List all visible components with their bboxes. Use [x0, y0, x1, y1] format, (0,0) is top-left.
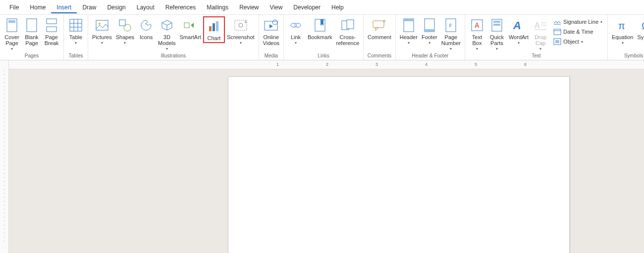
tab-review[interactable]: Review	[234, 1, 264, 13]
group-label-pages: Pages	[2, 52, 61, 60]
shapes-button[interactable]: Shapes ▾	[114, 16, 136, 46]
drop-cap-button[interactable]: A Drop Cap ▾	[531, 16, 550, 52]
bookmark-icon	[312, 17, 328, 33]
symbol-button[interactable]: Ω Symbol ▾	[635, 16, 644, 46]
svg-text:Ω: Ω	[642, 20, 644, 31]
signature-line-button[interactable]: Signature Line ▾	[552, 17, 603, 26]
chevron-down-icon: ▾	[600, 20, 602, 24]
screenshot-icon: +	[233, 17, 249, 33]
online-videos-button[interactable]: Online Videos	[261, 16, 281, 47]
tab-draw[interactable]: Draw	[77, 1, 102, 13]
cross-reference-button[interactable]: Cross- reference	[334, 16, 361, 47]
chevron-down-icon: ▾	[166, 47, 168, 51]
object-button[interactable]: Object ▾	[552, 37, 603, 46]
svg-point-11	[99, 23, 101, 25]
chevron-down-icon: ▾	[101, 41, 103, 45]
tab-design[interactable]: Design	[102, 1, 131, 13]
page-number-icon: #	[443, 17, 459, 33]
group-label-comments: Comments	[366, 52, 393, 60]
svg-rect-19	[213, 23, 215, 31]
tab-view[interactable]: View	[265, 1, 288, 13]
chevron-down-icon: ▾	[429, 41, 430, 45]
svg-marker-34	[376, 28, 378, 31]
page-number-button[interactable]: # Page Number ▾	[439, 16, 463, 52]
ruler-tick: 4	[425, 62, 428, 67]
group-label-media: Media	[261, 52, 281, 60]
tab-references[interactable]: References	[160, 1, 201, 13]
tab-layout[interactable]: Layout	[131, 1, 160, 13]
table-icon	[68, 17, 84, 33]
link-button[interactable]: Link ▾	[286, 16, 306, 46]
chart-button[interactable]: Chart	[203, 16, 225, 43]
svg-point-28	[295, 23, 301, 27]
vertical-ruler[interactable]	[0, 60, 9, 253]
horizontal-ruler[interactable]: 1 2 3 4 5 6	[9, 60, 644, 69]
group-pages: Cover Page ▾ Blank Page Page Break Pages	[0, 15, 64, 60]
comment-icon: +	[372, 17, 387, 33]
text-box-button[interactable]: A Text Box ▾	[467, 16, 487, 52]
chevron-down-icon: ▾	[622, 41, 624, 45]
document-page[interactable]	[228, 76, 570, 253]
group-label-headerfooter: Header & Footer	[398, 52, 463, 60]
pictures-icon	[94, 17, 110, 33]
ruler-tick: 2	[326, 62, 328, 67]
tab-insert[interactable]: Insert	[51, 1, 77, 13]
chevron-down-icon: ▾	[240, 41, 242, 45]
tab-help[interactable]: Help	[326, 1, 349, 13]
screenshot-button[interactable]: + Screenshot ▾	[225, 16, 257, 46]
ruler-tick: 6	[524, 62, 527, 67]
footer-button[interactable]: Footer ▾	[420, 16, 439, 46]
group-comments: + Comment Comments	[364, 15, 396, 60]
symbol-icon: Ω	[639, 17, 644, 33]
quick-parts-button[interactable]: Quick Parts ▾	[487, 16, 507, 52]
tab-developer[interactable]: Developer	[288, 1, 326, 13]
blank-page-button[interactable]: Blank Page	[22, 16, 42, 47]
group-links: Link ▾ Bookmark Cross- reference Links	[284, 15, 364, 60]
date-time-button[interactable]: Date & Time	[552, 27, 603, 36]
group-label-symbols: Symbols	[610, 52, 644, 60]
smartart-icon	[182, 17, 198, 33]
drop-cap-icon: A	[533, 17, 548, 33]
header-button[interactable]: Header ▾	[398, 16, 420, 46]
svg-text:A: A	[535, 21, 540, 30]
wordart-button[interactable]: A WordArt ▾	[507, 16, 531, 46]
svg-point-13	[124, 24, 131, 31]
group-headerfooter: Header ▾ Footer ▾ # Page Number ▾ Header…	[396, 15, 465, 60]
wordart-icon: A	[511, 17, 527, 33]
svg-marker-30	[321, 19, 323, 26]
3d-models-button[interactable]: 3D Models ▾	[156, 16, 177, 52]
svg-rect-12	[119, 20, 125, 26]
icons-button[interactable]: Icons	[136, 16, 156, 41]
tab-mailings[interactable]: Mailings	[201, 1, 234, 13]
svg-rect-56	[555, 40, 559, 43]
bookmark-button[interactable]: Bookmark	[306, 16, 334, 41]
svg-text:+: +	[244, 20, 247, 25]
svg-text:π: π	[618, 20, 625, 31]
svg-marker-25	[269, 24, 273, 28]
comment-button[interactable]: + Comment	[366, 16, 393, 41]
page-break-button[interactable]: Page Break	[42, 16, 61, 47]
equation-button[interactable]: π Equation ▾	[610, 16, 635, 46]
svg-point-26	[272, 20, 277, 25]
svg-text:A: A	[475, 21, 480, 29]
tab-file[interactable]: File	[4, 1, 24, 13]
pictures-button[interactable]: Pictures ▾	[90, 16, 114, 46]
chevron-down-icon: ▾	[581, 40, 583, 44]
chevron-down-icon: ▾	[476, 47, 478, 51]
group-tables: Table ▾ Tables	[64, 15, 88, 60]
tab-home[interactable]: Home	[24, 1, 51, 13]
blank-page-icon	[24, 17, 40, 33]
svg-rect-45	[493, 21, 500, 23]
svg-rect-3	[47, 19, 56, 24]
ruler-tick: 3	[376, 62, 378, 67]
cover-page-button[interactable]: Cover Page ▾	[2, 16, 22, 52]
shapes-icon	[117, 17, 133, 33]
chart-icon	[206, 18, 222, 34]
svg-rect-37	[404, 19, 414, 21]
text-box-icon: A	[469, 17, 485, 33]
smartart-button[interactable]: SmartArt	[178, 16, 203, 41]
svg-text:+: +	[382, 19, 386, 25]
svg-point-22	[239, 23, 243, 27]
table-button[interactable]: Table ▾	[66, 16, 86, 46]
svg-rect-16	[184, 23, 189, 28]
